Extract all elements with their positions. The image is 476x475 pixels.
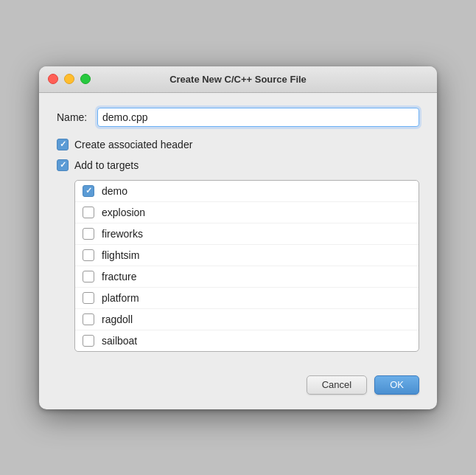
add-to-targets-row: Add to targets xyxy=(57,159,419,171)
traffic-lights xyxy=(48,74,91,84)
target-checkbox-fireworks[interactable] xyxy=(83,228,94,240)
target-label-flightsim: flightsim xyxy=(102,249,139,261)
close-button[interactable] xyxy=(48,74,58,84)
target-item[interactable]: sailboat xyxy=(75,330,419,351)
target-label-fireworks: fireworks xyxy=(102,228,143,240)
target-checkbox-explosion[interactable] xyxy=(83,207,94,218)
target-item[interactable]: fracture xyxy=(75,266,419,288)
window-title: Create New C/C++ Source File xyxy=(169,74,307,85)
target-item[interactable]: demo xyxy=(75,181,419,202)
target-item[interactable]: ragdoll xyxy=(75,309,419,330)
add-to-targets-checkbox[interactable] xyxy=(57,159,69,171)
target-label-demo: demo xyxy=(102,185,127,197)
targets-list: demoexplosionfireworksflightsimfracturep… xyxy=(74,180,419,352)
ok-button[interactable]: OK xyxy=(374,375,419,395)
maximize-button[interactable] xyxy=(80,74,91,84)
target-label-fracture: fracture xyxy=(102,271,136,282)
target-label-ragdoll: ragdoll xyxy=(102,313,133,325)
add-to-targets-label: Add to targets xyxy=(74,159,139,171)
dialog-window: Create New C/C++ Source File Name: Creat… xyxy=(39,66,437,409)
target-checkbox-ragdoll[interactable] xyxy=(83,313,94,325)
target-checkbox-platform[interactable] xyxy=(83,292,94,304)
target-label-sailboat: sailboat xyxy=(102,335,137,347)
minimize-button[interactable] xyxy=(64,74,74,84)
dialog-content: Name: Create associated header Add to ta… xyxy=(39,93,437,367)
create-header-label: Create associated header xyxy=(74,139,192,150)
name-row: Name: xyxy=(57,108,419,127)
target-item[interactable]: explosion xyxy=(75,202,419,223)
target-checkbox-demo[interactable] xyxy=(83,185,94,197)
target-checkbox-fracture[interactable] xyxy=(83,271,94,282)
target-item[interactable]: platform xyxy=(75,288,419,309)
name-input[interactable] xyxy=(97,108,419,127)
target-checkbox-sailboat[interactable] xyxy=(83,335,94,347)
target-item[interactable]: fireworks xyxy=(75,223,419,245)
create-header-row: Create associated header xyxy=(57,139,419,150)
dialog-footer: Cancel OK xyxy=(39,367,437,409)
create-header-checkbox[interactable] xyxy=(57,139,69,150)
titlebar: Create New C/C++ Source File xyxy=(39,66,437,93)
cancel-button[interactable]: Cancel xyxy=(307,375,367,395)
target-label-platform: platform xyxy=(102,292,139,304)
target-checkbox-flightsim[interactable] xyxy=(83,249,94,261)
name-label: Name: xyxy=(57,111,90,123)
target-label-explosion: explosion xyxy=(102,207,145,218)
target-item[interactable]: flightsim xyxy=(75,245,419,266)
